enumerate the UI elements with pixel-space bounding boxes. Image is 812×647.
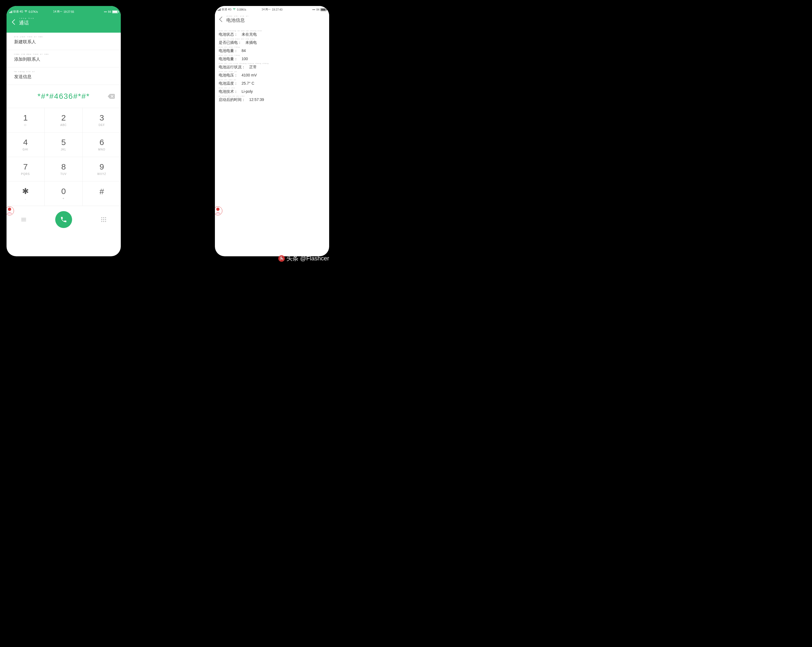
menu-label: 新建联系人 — [14, 39, 113, 45]
key-letters: PQRS — [21, 172, 30, 175]
battery-info-list: diàn chí zhuàng tài wèi zài chōng diàn 电… — [215, 27, 329, 102]
key-hash[interactable]: # — [83, 182, 121, 206]
row-pinyin: diàn chí diàn yā — [219, 71, 237, 72]
menu-send-message[interactable]: fā sòng xìn xī 发送信息 — [6, 67, 121, 85]
more-dots-icon: ••• — [104, 10, 107, 13]
date-label: 14 周一 — [262, 8, 271, 11]
row-value: 4100 mV — [241, 73, 257, 78]
row-pinyin: diàn chí zhuàng tài wèi zài chōng diàn — [219, 30, 263, 32]
row-battery-status: diàn chí zhuàng tài wèi zài chōng diàn 电… — [219, 30, 325, 37]
time-label: 19:27:43 — [272, 8, 282, 11]
statusbar-right: 联通 4G 0.08K/s 14 周一 19:27:43 ••• 84 — [215, 6, 329, 13]
svg-point-3 — [216, 208, 220, 211]
app-header: tōng huà 通话 — [6, 13, 121, 33]
watermark-handle: @Flashcer — [300, 255, 329, 262]
call-button[interactable] — [55, 211, 72, 228]
key-8[interactable]: 8TUV — [44, 157, 83, 182]
key-digit: 9 — [99, 163, 104, 171]
signal-icon — [218, 8, 221, 11]
back-icon[interactable] — [219, 16, 223, 24]
key-digit: 4 — [23, 138, 28, 146]
row-value: 正常 — [249, 65, 257, 70]
key-digit: 7 — [23, 163, 28, 171]
header-pinyin: diàn chí xìn xī — [227, 15, 249, 17]
row-value: 未插电 — [245, 40, 257, 45]
toutiao-logo-icon: 头 — [278, 255, 285, 262]
key-7[interactable]: 7PQRS — [6, 157, 44, 182]
date-label: 14 周一 — [53, 10, 63, 14]
row-pinyin: diàn chí yùn xíng zhuàng kuàng zhèng chá… — [219, 63, 269, 64]
screen-right: 联通 4G 0.08K/s 14 周一 19:27:43 ••• 84 di — [215, 6, 329, 256]
key-digit: ✱ — [22, 187, 29, 195]
row-plugged: shì fǒu yǐ chā diàn wèi chā diàn 是否已插电： … — [219, 38, 325, 45]
row-label: 电池电压： — [219, 73, 238, 78]
key-5[interactable]: 5JKL — [44, 133, 83, 157]
carrier-label: 联通 4G — [222, 8, 232, 11]
phone-frame-right: 联通 4G 0.08K/s 14 周一 19:27:43 ••• 84 di — [212, 3, 332, 259]
header-title: 通话 — [19, 20, 29, 26]
key-star[interactable]: ✱, — [6, 182, 44, 206]
key-digit: 2 — [61, 114, 66, 122]
key-digit: 6 — [99, 138, 104, 146]
key-letters: DEF — [99, 124, 105, 127]
more-dots-icon: ••• — [312, 8, 315, 11]
header-title: 电池信息 — [226, 18, 245, 23]
back-icon[interactable] — [11, 19, 15, 27]
menu-new-contact[interactable]: xīn jiàn lián xì rén 新建联系人 — [6, 33, 121, 50]
row-pinyin: diàn chí diàn liàng — [219, 46, 240, 48]
row-label: 是否已插电： — [219, 40, 241, 45]
key-digit: 8 — [61, 163, 66, 171]
key-6[interactable]: 6MNO — [83, 133, 121, 157]
row-scale: diàn chí diàn liàng 电池电量： 100 — [219, 54, 325, 61]
row-label: 电池温度： — [219, 81, 238, 86]
menu-add-to-contact[interactable]: tiān jiā dào lián xì rén 添加到联系人 — [6, 50, 121, 67]
menu-button[interactable] — [21, 218, 26, 221]
key-letters: JKL — [61, 148, 66, 151]
row-label: 电池状态： — [219, 32, 238, 37]
dialed-number: *#*#4636#*#* — [38, 92, 90, 101]
row-value: 100 — [241, 56, 248, 61]
backspace-button[interactable] — [108, 94, 115, 99]
network-speed: 0.08K/s — [237, 8, 246, 11]
floating-assistant-icon[interactable] — [215, 206, 223, 215]
keypad-toggle-button[interactable] — [101, 217, 106, 222]
battery-percent: 84 — [316, 8, 319, 11]
app-header: diàn chí xìn xī 电池信息 — [215, 13, 329, 27]
row-value: 12:57:39 — [249, 98, 264, 102]
battery-percent: 84 — [108, 10, 111, 13]
key-letters: GHI — [23, 148, 28, 151]
phone-icon — [60, 216, 67, 223]
row-pinyin: diàn chí diàn liàng — [219, 54, 240, 56]
key-4[interactable]: 4GHI — [6, 133, 44, 157]
svg-point-1 — [8, 208, 11, 211]
key-digit: 5 — [61, 138, 66, 146]
key-letters: + — [63, 197, 64, 200]
key-letters: MNO — [98, 148, 105, 151]
row-value: 25.7° C — [241, 81, 254, 86]
key-letters: TUV — [60, 172, 67, 175]
menu-pinyin: xīn jiàn lián xì rén — [14, 36, 43, 38]
floating-assistant-icon[interactable] — [6, 206, 14, 215]
key-2[interactable]: 2ABC — [44, 108, 83, 133]
statusbar-left: 联通 4G 0.07K/s 14 周一 19:27:55 ••• 84 — [6, 8, 121, 15]
wifi-icon — [24, 10, 27, 13]
row-level: diàn chí diàn liàng 电池电量： 84 — [219, 46, 325, 53]
dialed-number-row: *#*#4636#*#* — [6, 85, 121, 108]
key-digit: 1 — [23, 114, 28, 122]
key-letters: , — [25, 197, 26, 200]
screen-left: 联通 4G 0.07K/s 14 周一 19:27:55 ••• 84 tō — [6, 6, 121, 256]
battery-icon — [112, 10, 118, 13]
phone-frame-left: 联通 4G 0.07K/s 14 周一 19:27:55 ••• 84 tō — [4, 3, 124, 259]
row-pinyin: diàn chí wēn dù — [219, 79, 237, 81]
key-9[interactable]: 9WXYZ — [83, 157, 121, 182]
row-uptime: qǐ dòng hòu de shí jiān 启动后的时间： 12:57:39 — [219, 95, 325, 102]
key-1[interactable]: 1⚇ — [6, 108, 44, 133]
watermark: 头 头条 @Flashcer — [278, 254, 329, 262]
row-label: 启动后的时间： — [219, 98, 245, 102]
row-pinyin: shì fǒu yǐ chā diàn wèi chā diàn — [219, 38, 255, 40]
key-digit: 0 — [61, 187, 66, 195]
menu-pinyin: fā sòng xìn xī — [14, 71, 35, 72]
key-3[interactable]: 3DEF — [83, 108, 121, 133]
row-pinyin: qǐ dòng hòu de shí jiān — [219, 95, 245, 97]
key-0[interactable]: 0+ — [44, 182, 83, 206]
